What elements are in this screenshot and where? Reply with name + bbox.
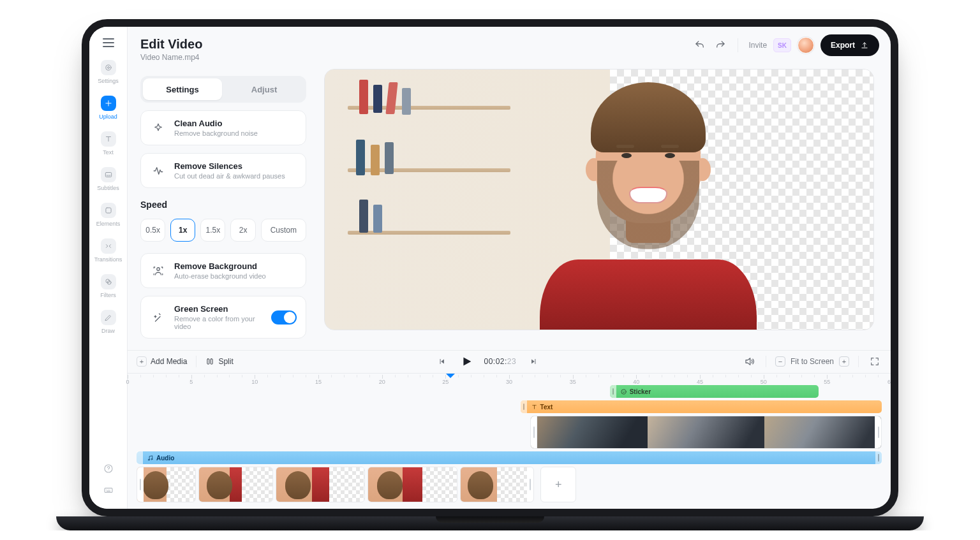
card-title: Remove Silences (174, 161, 297, 171)
playback-toolbar: + Add Media Split 00:02:23 (128, 350, 891, 374)
nav-item-draw[interactable]: Draw (94, 306, 122, 339)
card-green-screen[interactable]: Green Screen Remove a color from your vi… (140, 296, 306, 339)
clip-handle[interactable] (531, 416, 537, 448)
speed-1-5x[interactable]: 1.5x (200, 219, 225, 242)
speed-options: 0.5x 1x 1.5x 2x Custom (140, 219, 306, 242)
card-remove-silences[interactable]: Remove Silences Cut out dead air & awkwa… (140, 153, 306, 188)
text-icon (531, 404, 538, 411)
nav-item-transitions[interactable]: Transitions (94, 235, 122, 268)
main-clip-thumb[interactable] (198, 467, 273, 502)
video-preview[interactable] (324, 69, 874, 330)
next-frame-button[interactable] (526, 354, 540, 369)
card-remove-background[interactable]: Remove Background Auto-erase background … (140, 253, 306, 288)
transition-icon (101, 238, 116, 254)
collaborator-chip[interactable]: SK (773, 38, 791, 52)
svg-rect-11 (211, 359, 213, 364)
nav-label: Text (103, 149, 114, 156)
add-clip-button[interactable]: + (540, 467, 576, 502)
speed-custom[interactable]: Custom (261, 219, 306, 242)
track-label: Text (540, 404, 553, 411)
export-button[interactable]: Export (820, 34, 879, 56)
nav-item-upload[interactable]: Upload (94, 92, 122, 125)
keyboard-icon[interactable] (101, 483, 115, 497)
svg-rect-2 (105, 173, 111, 177)
nav-label: Subtitles (97, 185, 119, 191)
nav-item-subtitles[interactable]: Subtitles (94, 163, 122, 196)
tab-adjust[interactable]: Adjust (225, 78, 304, 100)
card-title: Green Screen (174, 304, 264, 314)
speed-2x[interactable]: 2x (230, 219, 255, 242)
timeline: Sticker Text (128, 385, 891, 509)
minus-icon: − (775, 356, 785, 367)
card-clean-audio[interactable]: Clean Audio Remove background noise (140, 110, 306, 145)
clip-handle[interactable] (137, 451, 143, 464)
card-desc: Cut out dead air & awkward pauses (174, 172, 297, 180)
speed-section-title: Speed (140, 200, 306, 210)
nav-item-text[interactable]: Text (94, 128, 122, 161)
add-media-button[interactable]: + Add Media (137, 356, 187, 367)
fullscreen-button[interactable] (868, 354, 882, 369)
speed-1x[interactable]: 1x (170, 219, 195, 242)
speed-0-5x[interactable]: 0.5x (140, 219, 165, 242)
pencil-icon (101, 310, 116, 325)
track-sticker[interactable]: Sticker (610, 385, 819, 398)
track-label: Audio (156, 455, 174, 462)
track-text[interactable]: Text (521, 400, 882, 413)
laptop-frame: Settings Upload Text Subtitles Elements (82, 19, 898, 516)
nav-label: Settings (98, 78, 119, 84)
card-desc: Remove background noise (174, 129, 297, 137)
svg-point-1 (107, 67, 109, 69)
volume-button[interactable] (743, 354, 757, 369)
main-clip-thumb[interactable] (137, 467, 196, 502)
avatar[interactable] (798, 37, 814, 54)
add-media-label: Add Media (151, 357, 187, 366)
panel-tabs: Settings Adjust (140, 76, 306, 103)
text-icon (101, 131, 116, 147)
video-clip-2[interactable] (530, 416, 882, 449)
nav-item-elements[interactable]: Elements (94, 199, 122, 232)
invite-label[interactable]: Invite (748, 41, 767, 50)
nav-item-settings[interactable]: Settings (94, 56, 122, 89)
export-label: Export (831, 41, 855, 50)
upload-icon (860, 41, 869, 50)
clip-handle[interactable] (521, 400, 527, 413)
plus-icon (101, 96, 116, 111)
clip-handle[interactable] (527, 467, 533, 502)
clip-handle[interactable] (610, 385, 616, 398)
card-desc: Auto-erase background video (174, 272, 297, 280)
card-desc: Remove a color from your video (174, 315, 264, 330)
split-button[interactable]: Split (205, 357, 233, 366)
nav-label: Elements (96, 221, 121, 227)
subtitles-icon (101, 167, 116, 182)
video-clip-1[interactable] (137, 416, 528, 449)
help-icon[interactable] (101, 462, 115, 476)
play-button[interactable] (459, 354, 473, 369)
clip-handle[interactable] (875, 416, 881, 448)
card-title: Clean Audio (174, 119, 297, 128)
menu-icon[interactable] (103, 38, 114, 47)
main-clip-thumb[interactable] (276, 467, 365, 502)
green-screen-toggle[interactable] (271, 310, 297, 325)
redo-button[interactable] (713, 38, 727, 52)
track-audio[interactable]: Audio (137, 451, 882, 464)
clip-handle[interactable] (137, 467, 144, 502)
svg-point-9 (157, 267, 160, 270)
nav-rail: Settings Upload Text Subtitles Elements (89, 27, 128, 509)
fit-to-screen-button[interactable]: − Fit to Screen + (775, 356, 849, 367)
svg-point-12 (621, 389, 626, 393)
clip-handle[interactable] (875, 451, 882, 464)
tab-settings[interactable]: Settings (143, 78, 222, 100)
prev-frame-button[interactable] (435, 354, 449, 369)
main-clip-thumb[interactable] (368, 467, 457, 502)
filters-icon (101, 274, 116, 289)
undo-button[interactable] (693, 38, 707, 52)
split-label: Split (218, 357, 233, 366)
timeline-ruler[interactable]: 051015202530354045505560 (128, 374, 891, 385)
music-note-icon (147, 455, 154, 462)
main-clip-row: + (137, 467, 882, 502)
laptop-base (56, 516, 924, 530)
nav-item-filters[interactable]: Filters (94, 270, 122, 303)
main-clip-thumb[interactable] (460, 467, 535, 502)
magic-wand-icon (150, 309, 167, 326)
top-bar: Invite SK Export (128, 27, 891, 64)
